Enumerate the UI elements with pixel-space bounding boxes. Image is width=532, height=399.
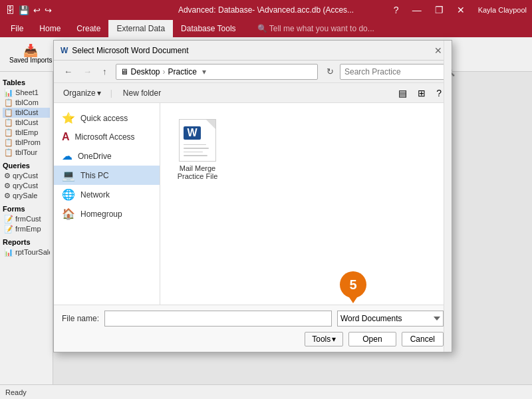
up-btn[interactable]: ↑ [98,64,112,79]
file-item-mail-merge[interactable]: W Mail Merge Practice File [171,114,224,186]
view-list-btn[interactable]: ▤ [394,86,412,100]
nav-qrysale[interactable]: ⚙ qrySale [3,191,50,201]
dialog-nav-ms-access[interactable]: A Microsoft Access [54,128,160,146]
dialog-scrollbar[interactable] [444,103,452,305]
forms-group-label: Forms [3,205,50,213]
ms-access-icon: A [62,131,70,143]
nav-tbltour[interactable]: 📋 tblTour [3,148,50,158]
help-btn[interactable]: ? [388,0,404,20]
open-button[interactable]: Open [348,332,396,346]
nav-qrycust2[interactable]: ⚙ qryCust [3,181,50,191]
nav-tblcust2[interactable]: 📋 tblCust [3,118,50,128]
this-pc-label: This PC [80,171,109,180]
cancel-button[interactable]: Cancel [402,332,444,346]
title-bar-controls: ? — ❐ ✕ Kayla Claypool [388,0,527,20]
refresh-btn[interactable]: ↻ [322,64,338,79]
saved-imports-icon: 📥 [23,45,38,57]
step-badge-container: 5 [340,271,366,298]
badge-pointer [349,297,357,303]
dialog-nav-homegroup[interactable]: 🏠 Homegroup [54,204,160,223]
tab-home[interactable]: Home [31,20,68,37]
nav-frmcust[interactable]: 📝 frmCust [3,214,50,224]
nav-tblcust[interactable]: 📋 tblCust [3,108,50,118]
filename-row: File name: Word Documents [62,311,444,327]
saved-imports-btn[interactable]: 📥 Saved Imports [5,43,56,66]
doc-line-2 [184,148,209,149]
breadcrumb-dropdown-icon[interactable]: ▾ [202,67,206,76]
nav-tblemp[interactable]: 📋 tblEmp [3,128,50,138]
word-doc-icon: W [179,119,216,162]
dialog-nav-this-pc[interactable]: 💻 This PC [54,166,160,185]
breadcrumb-part1[interactable]: Desktop [131,67,160,76]
doc-body: W [180,120,215,161]
redo-btn[interactable]: ↪ [45,5,52,15]
dialog-nav-onedrive[interactable]: ☁ OneDrive [54,146,160,166]
minimize-btn[interactable]: — [407,0,427,20]
undo-btn[interactable]: ↩ [33,5,41,15]
view-grid-btn[interactable]: ⊞ [413,86,430,100]
tell-me-box[interactable]: 🔍 Tell me what you want to do... [257,24,374,33]
homegroup-icon: 🏠 [62,207,75,220]
doc-line-4 [184,155,207,156]
file-dialog: W Select Microsoft Word Document ✕ ← → ↑… [53,40,452,352]
step-5-badge: 5 [340,271,366,298]
app-icon: 🗄 [5,5,15,15]
dialog-nav-quick-access[interactable]: ⭐ Quick access [54,108,160,128]
dialog-body: ⭐ Quick access A Microsoft Access ☁ OneD… [54,103,452,305]
left-nav-panel: Tables 📊 Sheet1 📋 tblCom 📋 tblCust 📋 tbl… [0,72,53,399]
network-icon: 🌐 [62,188,75,201]
breadcrumb-sep1: › [163,67,166,76]
dialog-file-area: W Mail Merge Practice File 5 [160,103,452,305]
breadcrumb-part2[interactable]: Practice [168,67,197,76]
dialog-title: W Select Microsoft Word Document [61,46,189,55]
tools-button[interactable]: Tools ▾ [305,332,343,346]
restore-btn[interactable]: ❐ [430,0,449,20]
quick-save-icon[interactable]: 💾 [19,5,29,15]
queries-group-label: Queries [3,162,50,170]
dialog-close-button[interactable]: ✕ [432,44,445,57]
tools-label: Tools [312,334,331,344]
status-text: Ready [5,388,27,396]
tab-create[interactable]: Create [68,20,108,37]
search-input[interactable] [344,67,444,76]
dialog-left-nav: ⭐ Quick access A Microsoft Access ☁ OneD… [54,103,160,305]
doc-line-1 [184,144,206,146]
dialog-nav-network[interactable]: 🌐 Network [54,185,160,204]
organize-bar: Organize ▾ | New folder ▤ ⊞ ? [54,83,452,103]
dialog-title-bar: W Select Microsoft Word Document ✕ [54,41,452,61]
access-background: 🗄 💾 ↩ ↪ Advanced: Database- \Advanced.ac… [0,0,532,399]
nav-frmemp[interactable]: 📝 frmEmp [3,224,50,234]
file-label: Mail Merge Practice File [176,164,219,180]
close-btn[interactable]: ✕ [452,0,470,20]
dialog-word-icon: W [61,46,68,55]
filename-label: File name: [62,314,99,323]
view-buttons: ▤ ⊞ ? [394,86,446,100]
nav-tblcom[interactable]: 📋 tblCom [3,98,50,108]
filename-input[interactable] [104,311,332,327]
ms-access-label: Microsoft Access [75,132,135,142]
search-bar: 🔍 [340,64,446,80]
user-name: Kayla Claypool [478,6,527,14]
nav-sheet1[interactable]: 📊 Sheet1 [3,88,50,98]
tab-file[interactable]: File [3,20,31,37]
tools-dropdown-icon: ▾ [332,334,336,344]
back-btn[interactable]: ← [59,64,77,79]
tab-external-data[interactable]: External Data [108,20,173,37]
action-row: Tools ▾ Open Cancel [62,332,444,346]
tab-database-tools[interactable]: Database Tools [173,20,244,37]
nav-tblprom[interactable]: 📋 tblProm [3,138,50,148]
homegroup-label: Homegroup [80,209,122,219]
status-bar: Ready [0,384,532,399]
quick-access-label: Quick access [80,114,128,123]
onedrive-label: OneDrive [78,152,112,161]
forward-btn[interactable]: → [78,64,96,79]
new-folder-button[interactable]: New folder [118,87,166,99]
organize-label: Organize [63,88,96,98]
organize-button[interactable]: Organize ▾ [59,87,105,99]
nav-qrycust1[interactable]: ⚙ qryCust [3,171,50,181]
network-label: Network [80,190,110,200]
reports-group-label: Reports [3,238,50,246]
nav-rpttoursales[interactable]: 📊 rptTourSales [3,247,50,257]
filetype-select[interactable]: Word Documents [337,311,444,327]
breadcrumb-bar[interactable]: 🖥 Desktop › Practice ▾ [116,64,319,80]
